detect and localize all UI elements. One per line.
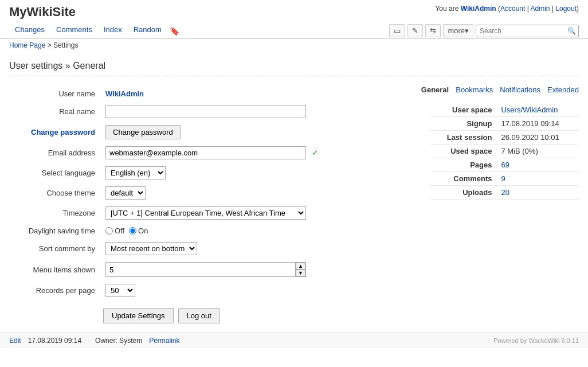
nav-icons: ▭ ✎ ⇆ more▾ 🔍 [389, 24, 579, 37]
realname-label: Real name [10, 102, 102, 121]
footer-timestamp: 17.08.2019 09:14 [28, 337, 81, 345]
update-settings-button[interactable]: Update Settings [103, 308, 174, 323]
form-row-menu-items: Menu items shown ▲ ▼ [10, 259, 411, 280]
username-label: User name [10, 87, 102, 101]
footer-owner: Owner: System [95, 337, 142, 345]
change-password-link[interactable]: Change password [31, 128, 95, 136]
form-row-dst: Daylight saving time Off On [10, 224, 411, 238]
timezone-label: Timezone [10, 204, 102, 222]
you-are-text: You are [435, 5, 458, 13]
dst-off-radio[interactable] [105, 227, 113, 235]
uploads-value[interactable]: 20 [501, 188, 509, 197]
theme-label: Choose theme [10, 184, 102, 202]
pages-label: Pages [430, 158, 497, 172]
used-space-value: 7 MiB (0%) [497, 145, 579, 158]
theme-select[interactable]: default light dark [105, 186, 146, 200]
info-row-signup: Signup 17.08.2019 09:14 [430, 117, 579, 131]
dst-off-label[interactable]: Off [105, 227, 124, 235]
menu-items-down-btn[interactable]: ▼ [296, 270, 305, 276]
comments-value[interactable]: 9 [501, 174, 505, 183]
email-check-icon: ✓ [312, 148, 319, 157]
signup-label: Signup [430, 117, 497, 131]
uploads-label: Uploads [430, 186, 497, 200]
main-content: User settings » General User name WikiAd… [0, 52, 588, 328]
log-out-button[interactable]: Log out [178, 308, 220, 323]
records-select[interactable]: 25 50 100 200 [105, 284, 135, 297]
settings-layout: User name WikiAdmin Real name Change pas… [9, 85, 579, 323]
user-info: You are WikiAdmin (Account | Admin | Log… [435, 5, 579, 13]
email-label: Email address [10, 143, 102, 162]
footer-bar: Edit 17.08.2019 09:14 Owner: System Perm… [0, 333, 588, 348]
footer-powered-by: Powered by WackoWiki 6.0.11 [493, 337, 579, 344]
pages-value[interactable]: 69 [501, 161, 509, 169]
user-space-label: User space [430, 103, 497, 117]
more-btn[interactable]: more▾ [443, 24, 473, 37]
username-value[interactable]: WikiAdmin [105, 89, 144, 98]
last-session-value: 26.09.2020 10:01 [497, 131, 579, 145]
change-password-button[interactable]: Change password [105, 125, 181, 139]
edit-pencil-btn[interactable]: ✎ [407, 24, 423, 37]
footer-permalink[interactable]: Permalink [149, 337, 179, 345]
breadcrumb: Home Page > Settings [0, 39, 588, 52]
form-row-username: User name WikiAdmin [10, 87, 411, 101]
search-input[interactable] [476, 25, 579, 37]
nav-comments[interactable]: Comments [50, 23, 98, 38]
sort-label: Sort comment by [10, 239, 102, 258]
menu-items-up-btn[interactable]: ▲ [296, 263, 305, 270]
info-table: User space Users/WikiAdmin Signup 17.08.… [430, 103, 579, 200]
page-title: User settings » General [9, 61, 579, 76]
info-row-used-space: Used space 7 MiB (0%) [430, 145, 579, 158]
realname-input[interactable] [105, 105, 306, 118]
info-row-pages: Pages 69 [430, 158, 579, 172]
form-row-theme: Choose theme default light dark [10, 184, 411, 202]
form-table: User name WikiAdmin Real name Change pas… [9, 85, 413, 301]
dst-radio-group: Off On [105, 227, 409, 235]
nav-changes[interactable]: Changes [9, 23, 50, 38]
menu-items-label: Menu items shown [10, 259, 102, 280]
tab-notifications[interactable]: Notifications [500, 85, 540, 94]
info-row-uploads: Uploads 20 [430, 186, 579, 200]
layout-icon-btn[interactable]: ▭ [389, 24, 405, 37]
form-row-timezone: Timezone [UTC + 1] Central European Time… [10, 204, 411, 222]
logout-top-link[interactable]: Logout [555, 5, 577, 13]
tab-bookmarks[interactable]: Bookmarks [456, 85, 493, 94]
arrows-btn[interactable]: ⇆ [425, 24, 441, 37]
dst-on-label[interactable]: On [129, 227, 148, 235]
info-row-last-session: Last session 26.09.2020 10:01 [430, 131, 579, 145]
admin-link[interactable]: Admin [530, 5, 550, 13]
info-row-comments: Comments 9 [430, 172, 579, 186]
nav-bar: Changes Comments Index Random 🔖 ▭ ✎ ⇆ mo… [9, 23, 579, 38]
records-label: Records per page [10, 281, 102, 300]
email-input[interactable] [105, 146, 306, 159]
last-session-label: Last session [430, 131, 497, 145]
action-buttons: Update Settings Log out [9, 308, 413, 323]
menu-items-input[interactable] [106, 264, 295, 276]
user-space-value[interactable]: Users/WikiAdmin [501, 106, 558, 114]
timezone-select[interactable]: [UTC + 1] Central European Time, West Af… [105, 206, 306, 220]
account-link[interactable]: Account [500, 5, 525, 13]
username-link[interactable]: WikiAdmin [461, 5, 496, 13]
form-row-language: Select language English (en) Deutsch (de… [10, 163, 411, 182]
breadcrumb-separator: > [48, 41, 52, 49]
search-wrap: 🔍 [476, 25, 579, 37]
language-label: Select language [10, 163, 102, 182]
menu-items-wrap: ▲ ▼ [105, 262, 306, 277]
used-space-label: Used space [430, 145, 497, 158]
signup-value: 17.08.2019 09:14 [497, 117, 579, 131]
language-select[interactable]: English (en) Deutsch (de) Français (fr) [105, 166, 166, 179]
menu-items-spinner: ▲ ▼ [295, 263, 305, 276]
tab-bar: General Bookmarks Notifications Extended [430, 85, 579, 94]
email-wrap [105, 146, 306, 159]
tab-extended[interactable]: Extended [547, 85, 579, 94]
settings-sidebar: General Bookmarks Notifications Extended… [430, 85, 579, 323]
footer-edit-link[interactable]: Edit [9, 337, 21, 345]
dst-on-radio[interactable] [129, 227, 136, 235]
tab-general[interactable]: General [421, 85, 449, 94]
sort-select[interactable]: Most recent on bottom Most recent on top… [105, 242, 197, 255]
dst-label: Daylight saving time [10, 224, 102, 238]
bookmark-icon[interactable]: 🔖 [170, 26, 179, 36]
nav-index[interactable]: Index [98, 23, 128, 38]
form-row-sort: Sort comment by Most recent on bottom Mo… [10, 239, 411, 258]
breadcrumb-home[interactable]: Home Page [9, 41, 45, 49]
nav-random[interactable]: Random [128, 23, 167, 38]
